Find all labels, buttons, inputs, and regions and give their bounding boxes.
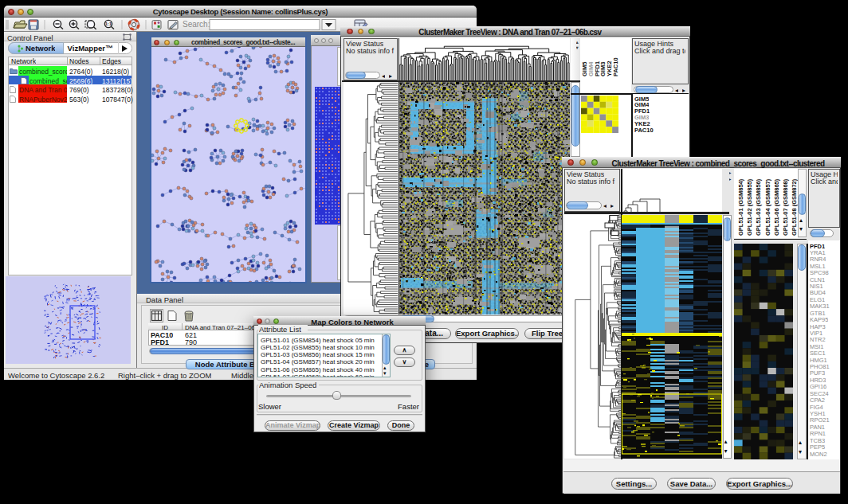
svg-text:Search:: Search: (183, 20, 210, 29)
svg-text:1:1: 1:1 (105, 21, 112, 26)
